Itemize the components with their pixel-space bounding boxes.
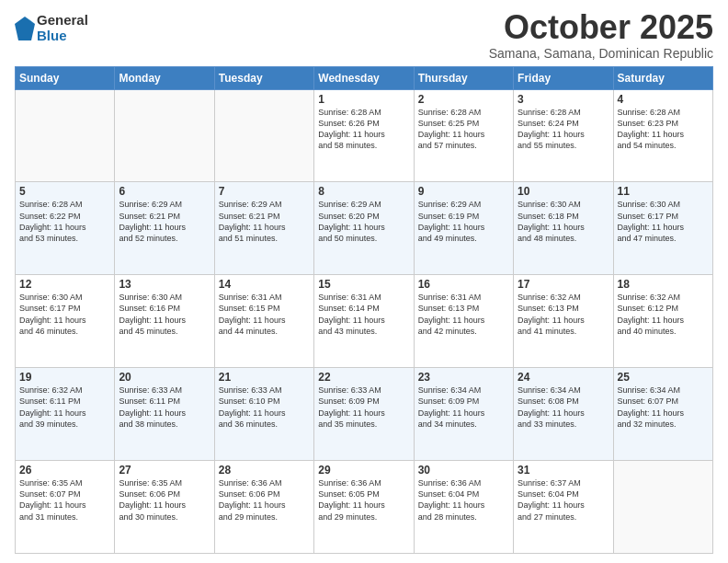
table-row: 28Sunrise: 6:36 AM Sunset: 6:06 PM Dayli… xyxy=(214,461,313,554)
location-subtitle: Samana, Samana, Dominican Republic xyxy=(489,46,713,61)
day-info: Sunrise: 6:31 AM Sunset: 6:13 PM Dayligh… xyxy=(418,292,509,337)
table-row: 23Sunrise: 6:34 AM Sunset: 6:09 PM Dayli… xyxy=(414,368,513,461)
day-info: Sunrise: 6:30 AM Sunset: 6:16 PM Dayligh… xyxy=(119,292,210,337)
day-info: Sunrise: 6:30 AM Sunset: 6:18 PM Dayligh… xyxy=(518,199,609,244)
table-row: 26Sunrise: 6:35 AM Sunset: 6:07 PM Dayli… xyxy=(16,461,115,554)
table-row: 29Sunrise: 6:36 AM Sunset: 6:05 PM Dayli… xyxy=(314,461,414,554)
svg-marker-0 xyxy=(15,17,35,40)
table-row: 19Sunrise: 6:32 AM Sunset: 6:11 PM Dayli… xyxy=(16,368,115,461)
table-row: 13Sunrise: 6:30 AM Sunset: 6:16 PM Dayli… xyxy=(115,275,214,368)
table-row: 8Sunrise: 6:29 AM Sunset: 6:20 PM Daylig… xyxy=(314,182,414,275)
day-number: 13 xyxy=(119,278,210,291)
day-number: 28 xyxy=(219,464,310,477)
calendar-week-row: 5Sunrise: 6:28 AM Sunset: 6:22 PM Daylig… xyxy=(16,182,713,275)
table-row: 6Sunrise: 6:29 AM Sunset: 6:21 PM Daylig… xyxy=(115,182,214,275)
day-number: 26 xyxy=(19,464,110,477)
header-thursday: Thursday xyxy=(414,66,513,89)
day-info: Sunrise: 6:35 AM Sunset: 6:06 PM Dayligh… xyxy=(119,477,210,523)
day-number: 21 xyxy=(219,371,310,384)
day-number: 23 xyxy=(418,371,509,384)
table-row: 11Sunrise: 6:30 AM Sunset: 6:17 PM Dayli… xyxy=(613,182,712,275)
day-info: Sunrise: 6:32 AM Sunset: 6:12 PM Dayligh… xyxy=(618,292,709,337)
table-row: 9Sunrise: 6:29 AM Sunset: 6:19 PM Daylig… xyxy=(414,182,513,275)
day-info: Sunrise: 6:36 AM Sunset: 6:05 PM Dayligh… xyxy=(318,477,409,523)
header-sunday: Sunday xyxy=(16,66,115,89)
table-row: 18Sunrise: 6:32 AM Sunset: 6:12 PM Dayli… xyxy=(613,275,712,368)
day-info: Sunrise: 6:28 AM Sunset: 6:23 PM Dayligh… xyxy=(618,107,709,152)
table-row: 14Sunrise: 6:31 AM Sunset: 6:15 PM Dayli… xyxy=(214,275,313,368)
day-number: 9 xyxy=(418,185,509,198)
day-number: 16 xyxy=(418,278,509,291)
day-number: 10 xyxy=(518,185,609,198)
header: General Blue October 2025 Samana, Samana… xyxy=(15,9,713,61)
day-info: Sunrise: 6:36 AM Sunset: 6:06 PM Dayligh… xyxy=(219,477,310,523)
day-number: 1 xyxy=(318,93,409,106)
table-row: 30Sunrise: 6:36 AM Sunset: 6:04 PM Dayli… xyxy=(414,461,513,554)
day-info: Sunrise: 6:29 AM Sunset: 6:20 PM Dayligh… xyxy=(318,199,409,244)
day-info: Sunrise: 6:34 AM Sunset: 6:07 PM Dayligh… xyxy=(618,385,709,430)
table-row xyxy=(115,89,214,182)
table-row: 2Sunrise: 6:28 AM Sunset: 6:25 PM Daylig… xyxy=(414,89,513,182)
day-number: 2 xyxy=(418,93,509,106)
logo-text: General Blue xyxy=(37,13,88,43)
weekday-header-row: Sunday Monday Tuesday Wednesday Thursday… xyxy=(16,66,713,89)
day-info: Sunrise: 6:31 AM Sunset: 6:14 PM Dayligh… xyxy=(318,292,409,337)
day-number: 14 xyxy=(219,278,310,291)
table-row xyxy=(16,89,115,182)
day-info: Sunrise: 6:33 AM Sunset: 6:09 PM Dayligh… xyxy=(318,385,409,430)
day-number: 30 xyxy=(418,464,509,477)
table-row: 22Sunrise: 6:33 AM Sunset: 6:09 PM Dayli… xyxy=(314,368,414,461)
day-number: 17 xyxy=(518,278,609,291)
day-number: 29 xyxy=(318,464,409,477)
day-number: 19 xyxy=(19,371,110,384)
header-wednesday: Wednesday xyxy=(314,66,414,89)
calendar-week-row: 12Sunrise: 6:30 AM Sunset: 6:17 PM Dayli… xyxy=(16,275,713,368)
table-row: 10Sunrise: 6:30 AM Sunset: 6:18 PM Dayli… xyxy=(514,182,613,275)
day-number: 15 xyxy=(318,278,409,291)
table-row: 1Sunrise: 6:28 AM Sunset: 6:26 PM Daylig… xyxy=(314,89,414,182)
day-number: 12 xyxy=(19,278,110,291)
logo-general-text: General xyxy=(37,13,88,29)
table-row: 16Sunrise: 6:31 AM Sunset: 6:13 PM Dayli… xyxy=(414,275,513,368)
table-row: 24Sunrise: 6:34 AM Sunset: 6:08 PM Dayli… xyxy=(514,368,613,461)
table-row: 25Sunrise: 6:34 AM Sunset: 6:07 PM Dayli… xyxy=(613,368,712,461)
day-info: Sunrise: 6:29 AM Sunset: 6:21 PM Dayligh… xyxy=(119,199,210,244)
logo-icon xyxy=(15,15,35,42)
day-info: Sunrise: 6:28 AM Sunset: 6:24 PM Dayligh… xyxy=(518,107,609,152)
table-row: 21Sunrise: 6:33 AM Sunset: 6:10 PM Dayli… xyxy=(214,368,313,461)
day-info: Sunrise: 6:35 AM Sunset: 6:07 PM Dayligh… xyxy=(19,477,110,523)
day-number: 24 xyxy=(518,371,609,384)
header-monday: Monday xyxy=(115,66,214,89)
table-row: 20Sunrise: 6:33 AM Sunset: 6:11 PM Dayli… xyxy=(115,368,214,461)
logo: General Blue xyxy=(15,13,88,43)
table-row: 7Sunrise: 6:29 AM Sunset: 6:21 PM Daylig… xyxy=(214,182,313,275)
calendar-table: Sunday Monday Tuesday Wednesday Thursday… xyxy=(15,66,713,554)
logo-blue-text: Blue xyxy=(37,29,88,44)
table-row: 5Sunrise: 6:28 AM Sunset: 6:22 PM Daylig… xyxy=(16,182,115,275)
day-info: Sunrise: 6:34 AM Sunset: 6:09 PM Dayligh… xyxy=(418,385,509,430)
day-number: 11 xyxy=(618,185,709,198)
table-row: 27Sunrise: 6:35 AM Sunset: 6:06 PM Dayli… xyxy=(115,461,214,554)
calendar-week-row: 19Sunrise: 6:32 AM Sunset: 6:11 PM Dayli… xyxy=(16,368,713,461)
table-row: 31Sunrise: 6:37 AM Sunset: 6:04 PM Dayli… xyxy=(514,461,613,554)
day-number: 18 xyxy=(618,278,709,291)
day-number: 4 xyxy=(618,93,709,106)
day-info: Sunrise: 6:30 AM Sunset: 6:17 PM Dayligh… xyxy=(19,292,110,337)
day-info: Sunrise: 6:31 AM Sunset: 6:15 PM Dayligh… xyxy=(219,292,310,337)
day-info: Sunrise: 6:32 AM Sunset: 6:13 PM Dayligh… xyxy=(518,292,609,337)
day-number: 5 xyxy=(19,185,110,198)
day-info: Sunrise: 6:28 AM Sunset: 6:22 PM Dayligh… xyxy=(19,199,110,244)
table-row: 15Sunrise: 6:31 AM Sunset: 6:14 PM Dayli… xyxy=(314,275,414,368)
day-number: 20 xyxy=(119,371,210,384)
title-block: October 2025 Samana, Samana, Dominican R… xyxy=(489,9,713,61)
day-info: Sunrise: 6:36 AM Sunset: 6:04 PM Dayligh… xyxy=(418,477,509,523)
header-tuesday: Tuesday xyxy=(214,66,313,89)
day-number: 25 xyxy=(618,371,709,384)
day-info: Sunrise: 6:33 AM Sunset: 6:11 PM Dayligh… xyxy=(119,385,210,430)
day-info: Sunrise: 6:32 AM Sunset: 6:11 PM Dayligh… xyxy=(19,385,110,430)
table-row: 4Sunrise: 6:28 AM Sunset: 6:23 PM Daylig… xyxy=(613,89,712,182)
day-number: 3 xyxy=(518,93,609,106)
day-info: Sunrise: 6:37 AM Sunset: 6:04 PM Dayligh… xyxy=(518,477,609,523)
month-title: October 2025 xyxy=(489,9,713,46)
header-friday: Friday xyxy=(514,66,613,89)
